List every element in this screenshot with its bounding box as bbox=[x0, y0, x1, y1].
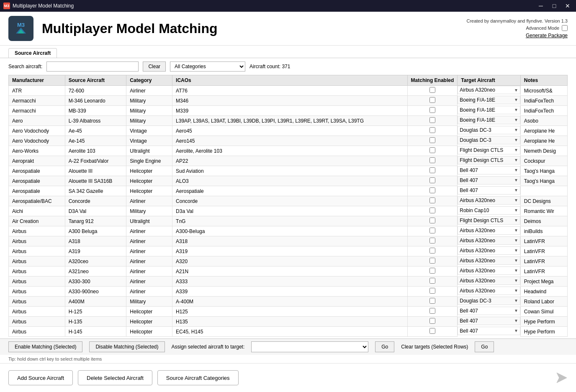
cell-matching-enabled[interactable] bbox=[407, 156, 458, 166]
cell-matching-enabled[interactable] bbox=[407, 287, 458, 297]
table-row[interactable]: AirbusA318AirlinerA318Airbus A320neo ▼La… bbox=[9, 236, 568, 246]
table-row[interactable]: AeroL-39 AlbatrossMilitaryL39AP, L39AS, … bbox=[9, 116, 568, 126]
add-source-aircraft-button[interactable]: Add Source Aircraft bbox=[8, 370, 73, 385]
cell-matching-enabled[interactable] bbox=[407, 176, 458, 186]
cell-notes: Microsoft/S& bbox=[520, 86, 567, 96]
table-row[interactable]: AirbusA330-300AirlinerA333Airbus A320neo… bbox=[9, 277, 568, 287]
table-row[interactable]: AirbusA400MMilitaryA-400MDouglas DC-3 ▼R… bbox=[9, 297, 568, 307]
table-row[interactable]: AerospatialeAlouette IIIHelicopterSud Av… bbox=[9, 166, 568, 176]
table-container: Manufacturer Source Aircraft Category IC… bbox=[0, 75, 576, 338]
cell-category: Airliner bbox=[126, 256, 172, 266]
cell-matching-enabled[interactable] bbox=[407, 297, 458, 307]
cell-matching-enabled[interactable] bbox=[407, 136, 458, 146]
cell-matching-enabled[interactable] bbox=[407, 146, 458, 156]
cell-matching-enabled[interactable] bbox=[407, 106, 458, 116]
cell-notes: Aeroplane He bbox=[520, 136, 567, 146]
cell-matching-enabled[interactable] bbox=[407, 236, 458, 246]
cell-source-aircraft: A300 Beluga bbox=[65, 226, 126, 236]
table-row[interactable]: AirbusA319AirlinerA319Airbus A320neo ▼La… bbox=[9, 246, 568, 256]
cell-target-aircraft[interactable]: Bell 407 ▼ bbox=[458, 307, 520, 315]
cell-target-aircraft[interactable]: Douglas DC-3 ▼ bbox=[458, 297, 520, 305]
table-row[interactable]: AeropraktA-22 Foxbat/ValorSingle EngineA… bbox=[9, 156, 568, 166]
table-row[interactable]: Aerospatiale/BACConcordeAirlinerConcorde… bbox=[9, 196, 568, 206]
cell-matching-enabled[interactable] bbox=[407, 317, 458, 327]
cell-target-aircraft[interactable]: Airbus A320neo ▼ bbox=[458, 246, 520, 255]
cell-matching-enabled[interactable] bbox=[407, 226, 458, 236]
cell-target-aircraft[interactable]: Bell 407 ▼ bbox=[458, 166, 520, 174]
assign-target-select[interactable] bbox=[251, 341, 368, 352]
cell-target-aircraft[interactable]: Bell 407 ▼ bbox=[458, 327, 520, 335]
table-row[interactable]: AirbusA300 BelugaAirlinerA300-BelugaAirb… bbox=[9, 226, 568, 236]
cell-target-aircraft[interactable]: Airbus A320neo ▼ bbox=[458, 86, 520, 94]
cell-matching-enabled[interactable] bbox=[407, 256, 458, 266]
table-row[interactable]: AerospatialeAlouette III SA316BHelicopte… bbox=[9, 176, 568, 186]
cell-matching-enabled[interactable] bbox=[407, 166, 458, 176]
cell-matching-enabled[interactable] bbox=[407, 186, 458, 196]
table-row[interactable]: ATR72-600AirlinerAT76Airbus A320neo ▼Mic… bbox=[9, 86, 568, 96]
tab-source-aircraft[interactable]: Source Aircraft bbox=[8, 48, 57, 58]
cell-target-aircraft[interactable]: Airbus A320neo ▼ bbox=[458, 266, 520, 275]
cell-matching-enabled[interactable] bbox=[407, 196, 458, 206]
cell-matching-enabled[interactable] bbox=[407, 277, 458, 287]
category-select[interactable]: All Categories Airliner Military Helicop… bbox=[170, 61, 245, 72]
cell-matching-enabled[interactable] bbox=[407, 266, 458, 277]
cell-target-aircraft[interactable]: Bell 407 ▼ bbox=[458, 176, 520, 184]
cell-target-aircraft[interactable]: Airbus A320neo ▼ bbox=[458, 256, 520, 265]
cell-manufacturer: Aerospatiale/BAC bbox=[9, 196, 65, 206]
cell-target-aircraft[interactable]: Airbus A320neo ▼ bbox=[458, 226, 520, 235]
cell-target-aircraft[interactable]: Airbus A320neo ▼ bbox=[458, 196, 520, 205]
cell-target-aircraft[interactable]: Douglas DC-3 ▼ bbox=[458, 136, 520, 144]
cell-matching-enabled[interactable] bbox=[407, 327, 458, 337]
cell-matching-enabled[interactable] bbox=[407, 96, 458, 106]
disable-matching-button[interactable]: Disable Matching (Selected) bbox=[89, 341, 165, 352]
cell-target-aircraft[interactable]: Airbus A320neo ▼ bbox=[458, 277, 520, 285]
cell-matching-enabled[interactable] bbox=[407, 216, 458, 226]
table-row[interactable]: AirbusH-135HelicopterH135Bell 407 ▼Hype … bbox=[9, 317, 568, 327]
cell-target-aircraft[interactable]: Boeing F/A-18E ▼ bbox=[458, 106, 520, 114]
cell-matching-enabled[interactable] bbox=[407, 86, 458, 96]
maximize-button[interactable]: □ bbox=[549, 2, 559, 10]
close-button[interactable]: ✕ bbox=[563, 2, 573, 10]
cell-target-aircraft[interactable]: Douglas DC-3 ▼ bbox=[458, 126, 520, 134]
table-row[interactable]: Aero-WorksAerolite 103UltralightAerolite… bbox=[9, 146, 568, 156]
cell-target-aircraft[interactable]: Robin Cap10 ▼ bbox=[458, 206, 520, 215]
table-row[interactable]: AermacchiM-346 LeonardoMilitaryM346Boein… bbox=[9, 96, 568, 106]
cell-target-aircraft[interactable]: Boeing F/A-18E ▼ bbox=[458, 96, 520, 104]
assign-go-button[interactable]: Go bbox=[375, 341, 394, 352]
cell-target-aircraft[interactable]: Flight Design CTLS ▼ bbox=[458, 216, 520, 225]
table-row[interactable]: AirbusH-125HelicopterH125Bell 407 ▼Cowan… bbox=[9, 307, 568, 317]
cell-matching-enabled[interactable] bbox=[407, 126, 458, 136]
table-row[interactable]: AirbusA330-900neoAirlinerA339Airbus A320… bbox=[9, 287, 568, 297]
cell-matching-enabled[interactable] bbox=[407, 206, 458, 216]
table-row[interactable]: AichiD3A ValMilitaryD3a ValRobin Cap10 ▼… bbox=[9, 206, 568, 216]
clear-button[interactable]: Clear bbox=[143, 61, 166, 72]
cell-matching-enabled[interactable] bbox=[407, 307, 458, 317]
cell-matching-enabled[interactable] bbox=[407, 116, 458, 126]
cell-target-aircraft[interactable]: Flight Design CTLS ▼ bbox=[458, 146, 520, 154]
table-row[interactable]: AirbusH-145HelicopterEC45, H145Bell 407 … bbox=[9, 327, 568, 337]
generate-package-link[interactable]: Generate Package bbox=[526, 33, 568, 38]
table-row[interactable]: Air CreationTanarg 912UltralightTnGFligh… bbox=[9, 216, 568, 226]
source-aircraft-categories-button[interactable]: Source Aircraft Categories bbox=[157, 370, 239, 385]
table-row[interactable]: AirbusA321neoAirlinerA21NAirbus A320neo … bbox=[9, 266, 568, 277]
cell-target-aircraft[interactable]: Airbus A320neo ▼ bbox=[458, 236, 520, 245]
table-row[interactable]: Aero VodochodyAe-45VintageAero45Douglas … bbox=[9, 126, 568, 136]
search-input[interactable] bbox=[46, 61, 139, 72]
table-row[interactable]: AermacchiMB-339MilitaryM339Boeing F/A-18… bbox=[9, 106, 568, 116]
cell-target-aircraft[interactable]: Flight Design CTLS ▼ bbox=[458, 156, 520, 164]
table-row[interactable]: Aero VodochodyAe-145VintageAero145Dougla… bbox=[9, 136, 568, 146]
cell-target-aircraft[interactable]: Boeing F/A-18E ▼ bbox=[458, 116, 520, 124]
clear-targets-go-button[interactable]: Go bbox=[475, 341, 494, 352]
delete-selected-aircraft-button[interactable]: Delete Selected Aircraft bbox=[78, 370, 152, 385]
cell-target-aircraft[interactable]: Bell 407 ▼ bbox=[458, 317, 520, 325]
cell-target-aircraft[interactable]: Bell 407 ▼ bbox=[458, 186, 520, 195]
cell-notes: Aeroplane He bbox=[520, 126, 567, 136]
cell-source-aircraft: Ae-145 bbox=[65, 136, 126, 146]
table-row[interactable]: AerospatialeSA 342 GazelleHelicopterAero… bbox=[9, 186, 568, 196]
table-row[interactable]: AirbusA320ceoAirlinerA320Airbus A320neo … bbox=[9, 256, 568, 266]
advanced-mode-checkbox[interactable] bbox=[562, 25, 568, 31]
cell-matching-enabled[interactable] bbox=[407, 246, 458, 256]
minimize-button[interactable]: ─ bbox=[536, 2, 546, 10]
enable-matching-button[interactable]: Enable Matching (Selected) bbox=[8, 341, 82, 352]
cell-target-aircraft[interactable]: Airbus A320neo ▼ bbox=[458, 287, 520, 295]
